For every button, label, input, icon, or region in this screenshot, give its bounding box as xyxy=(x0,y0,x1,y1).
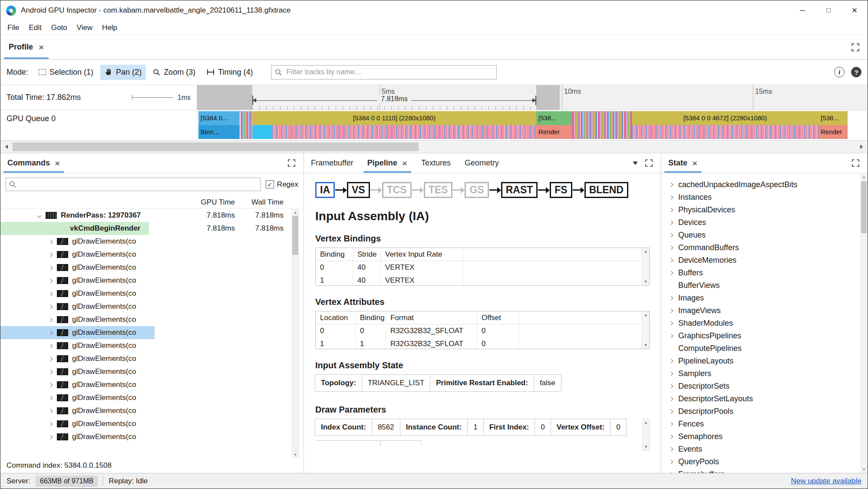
command-row[interactable]: glDrawElements(co xyxy=(0,378,304,391)
command-row[interactable]: glDrawElements(co xyxy=(0,287,304,300)
gpu-queue-track[interactable]: [5384 0...Binn...[5384 0 0 1110] (2280x1… xyxy=(197,110,868,140)
caret-right-icon[interactable] xyxy=(48,239,53,244)
command-row[interactable]: glDrawElements(co xyxy=(0,417,304,430)
state-tree-item[interactable]: PhysicalDevices xyxy=(661,204,868,216)
mode-timing-button[interactable]: Timing (4) xyxy=(202,65,257,80)
tab-profile[interactable]: Profile × xyxy=(0,35,52,59)
state-tree-item[interactable]: Instances xyxy=(661,191,868,204)
state-tree-item[interactable]: Samplers xyxy=(661,367,868,380)
state-tree-item[interactable]: DeviceMemories xyxy=(661,254,868,267)
table-scrollbar[interactable]: ▲ ▼ xyxy=(642,311,649,349)
caret-right-icon[interactable] xyxy=(48,422,53,426)
state-tree-item[interactable]: Buffers xyxy=(661,267,868,279)
chevron-right-icon[interactable] xyxy=(669,296,673,301)
command-row[interactable]: vkCmdBeginRender7.818ms7.818ms xyxy=(0,222,304,235)
fullscreen-icon[interactable] xyxy=(645,159,653,167)
update-available-link[interactable]: New update available xyxy=(791,477,861,486)
maximize-button[interactable]: □ xyxy=(815,0,842,20)
mode-selection-button[interactable]: Selection (1) xyxy=(34,65,98,80)
caret-right-icon[interactable] xyxy=(48,291,53,296)
info-icon[interactable]: i xyxy=(834,67,845,77)
chevron-right-icon[interactable] xyxy=(669,308,673,313)
mode-zoom-button[interactable]: Zoom (3) xyxy=(149,65,200,80)
filter-tracks-input[interactable] xyxy=(271,65,497,79)
chevron-right-icon[interactable] xyxy=(669,359,673,363)
state-tree-item[interactable]: CommandBuffers xyxy=(661,241,868,254)
chevron-right-icon[interactable] xyxy=(669,472,673,473)
menu-file[interactable]: File xyxy=(3,22,24,34)
tab-commands[interactable]: Commands × xyxy=(0,153,67,173)
scrollbar-thumb[interactable] xyxy=(13,142,419,151)
command-row[interactable]: glDrawElements(co xyxy=(0,313,304,326)
mode-pan-button[interactable]: Pan (2) xyxy=(100,65,146,80)
chevron-right-icon[interactable] xyxy=(669,384,673,389)
state-tree-item[interactable]: GraphicsPipelines xyxy=(661,330,868,342)
scrollbar-thumb[interactable] xyxy=(861,181,867,233)
close-icon[interactable]: × xyxy=(692,159,697,168)
command-row[interactable]: glDrawElements(co xyxy=(0,235,304,248)
chevron-right-icon[interactable] xyxy=(669,321,673,326)
tab-framebuffer[interactable]: Framebuffer xyxy=(304,153,360,173)
state-tree-item[interactable]: QueryPools xyxy=(661,456,868,468)
state-tree-item[interactable]: ComputePipelines xyxy=(661,342,868,355)
scroll-up-arrow-icon[interactable]: ▴ xyxy=(291,209,299,215)
chevron-right-icon[interactable] xyxy=(669,434,673,439)
scroll-up-arrow-icon[interactable]: ▲ xyxy=(642,312,649,318)
caret-right-icon[interactable] xyxy=(48,330,53,335)
state-tree[interactable]: cachedUnpackedImageAspectBitsInstancesPh… xyxy=(661,173,868,473)
stage-fs[interactable]: FS xyxy=(550,182,572,198)
scroll-up-arrow-icon[interactable]: ▲ xyxy=(643,420,649,426)
caret-right-icon[interactable] xyxy=(48,435,53,439)
command-row[interactable]: glDrawElements(co xyxy=(0,326,304,339)
fullscreen-icon[interactable] xyxy=(851,159,860,167)
menu-view[interactable]: View xyxy=(72,22,98,34)
state-tree-item[interactable]: Semaphores xyxy=(661,430,868,443)
stage-rast[interactable]: RAST xyxy=(501,182,538,198)
chevron-right-icon[interactable] xyxy=(669,409,673,414)
chevron-right-icon[interactable] xyxy=(669,371,673,376)
minimize-button[interactable]: ─ xyxy=(789,0,815,20)
chevron-right-icon[interactable] xyxy=(669,195,673,200)
command-row[interactable]: glDrawElements(co xyxy=(0,261,304,274)
caret-down-icon[interactable] xyxy=(37,213,42,218)
timeline-block[interactable]: [5384 0 0 4672] (2280x1080) xyxy=(632,111,818,139)
regex-checkbox[interactable]: ✓ xyxy=(266,180,274,188)
menu-goto[interactable]: Goto xyxy=(46,22,72,34)
regex-toggle[interactable]: ✓ Regex xyxy=(266,180,298,189)
chevron-right-icon[interactable] xyxy=(669,271,673,275)
command-row[interactable]: glDrawElements(co xyxy=(0,352,304,365)
state-tree-item[interactable]: DescriptorSets xyxy=(661,380,868,393)
state-tree-item[interactable]: ImageViews xyxy=(661,304,868,317)
state-tree-item[interactable]: ShaderModules xyxy=(661,317,868,330)
tab-pipeline[interactable]: Pipeline × xyxy=(360,153,414,173)
timeline-block[interactable]: [538...Render xyxy=(818,111,848,139)
chevron-right-icon[interactable] xyxy=(669,220,673,225)
stage-ia[interactable]: IA xyxy=(315,182,335,198)
command-row[interactable]: glDrawElements(co xyxy=(0,248,304,261)
timeline-ruler[interactable]: 5ms 10ms 15ms 7.818ms xyxy=(197,85,868,110)
command-row[interactable]: glDrawElements(co xyxy=(0,365,304,378)
menu-edit[interactable]: Edit xyxy=(24,22,46,34)
timeline-block[interactable]: [5384 0 0 1110] (2280x1080) xyxy=(252,111,536,139)
caret-right-icon[interactable] xyxy=(48,304,53,309)
caret-right-icon[interactable] xyxy=(48,252,53,257)
command-row[interactable]: glDrawElements(co xyxy=(0,430,304,443)
scroll-right-arrow-icon[interactable] xyxy=(855,141,868,153)
commands-search-input[interactable] xyxy=(6,178,261,191)
state-tree-item[interactable]: Fences xyxy=(661,418,868,430)
tab-overflow-chevron-icon[interactable] xyxy=(633,162,638,165)
state-tree-item[interactable]: Framebuffers xyxy=(661,468,868,473)
scroll-down-arrow-icon[interactable]: ▾ xyxy=(291,452,299,458)
chevron-right-icon[interactable] xyxy=(669,208,673,212)
scroll-down-arrow-icon[interactable]: ▼ xyxy=(643,444,649,450)
commands-tree[interactable]: RenderPass: 129703677.818ms7.818msvkCmdB… xyxy=(0,209,304,458)
table-row[interactable]: 1 1 R32G32B32_SFLOAT 0 xyxy=(316,337,649,349)
scroll-up-arrow-icon[interactable]: ▲ xyxy=(642,248,649,254)
caret-right-icon[interactable] xyxy=(48,265,53,270)
chevron-right-icon[interactable] xyxy=(669,233,673,238)
chevron-right-icon[interactable] xyxy=(669,396,673,401)
timeline-activity-stripes[interactable] xyxy=(241,111,252,139)
scroll-down-arrow-icon[interactable]: ▼ xyxy=(642,342,649,348)
command-row[interactable]: glDrawElements(co xyxy=(0,274,304,287)
state-tree-item[interactable]: BufferViews xyxy=(661,279,868,292)
